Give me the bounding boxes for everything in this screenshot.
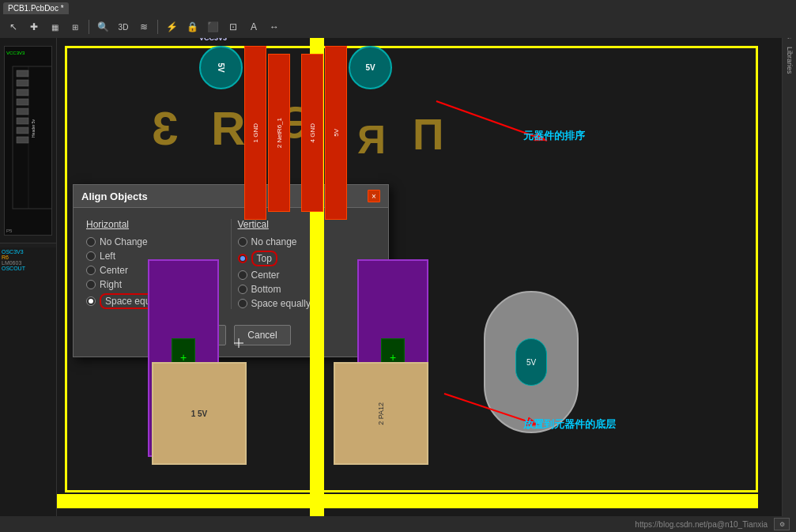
cursor-tool[interactable]: ↖ [5,18,22,36]
v-center-option[interactable]: Center [238,270,376,281]
h-no-change-label: No Change [100,236,148,247]
vertical-radio-group: No change Top Center Bottom [238,236,376,309]
pcb-tab[interactable]: PCB1.PcbDoc * [3,2,69,14]
route-tool[interactable]: ✚ [25,18,43,36]
v-center-radio[interactable] [238,270,247,280]
svg-rect-6 [17,108,28,115]
toolbar-separator [89,20,89,34]
column-divider [231,219,232,309]
svg-text:Header 5v: Header 5v [31,119,36,138]
main-toolbar: ↖ ✚ ▦ ⊞ 🔍 3D ≋ ⚡ 🔒 ⬛ ⊡ A ↔ [0,16,796,38]
h-left-label: Left [100,251,115,262]
v-space-equally-option[interactable]: Space equally [238,298,376,309]
route2-tool[interactable]: ≋ [135,18,153,36]
svg-rect-4 [17,89,28,96]
dialog-footer: OK Cancel [74,317,388,357]
v-top-label: Top [251,251,277,266]
svg-rect-9 [17,137,28,143]
v-space-equally-radio[interactable] [238,299,247,308]
h-no-change-option[interactable]: No Change [86,236,224,247]
h-space-equally-radio[interactable] [86,296,96,306]
measure-tool[interactable]: ↔ [266,18,283,36]
right-sidebar: Properties Libraries [782,0,796,532]
v-top-radio[interactable] [238,254,247,263]
text-tool[interactable]: A [245,18,262,36]
dialog-body: Horizontal No Change Left Center [74,208,388,317]
svg-rect-5 [17,99,28,105]
h-right-radio[interactable] [86,280,96,289]
h-center-radio[interactable] [86,266,96,275]
status-url: https://blog.csdn.net/pa@n10_Tianxia [635,520,768,529]
v-top-option[interactable]: Top [238,251,376,266]
h-center-label: Center [100,265,128,276]
left-sidebar: VCC3V3 Header 5v [0,38,57,532]
dialog-title-label: Align Objects [81,191,148,202]
vertical-header: Vertical [238,219,376,230]
image-tool[interactable]: ⬛ [204,18,221,36]
libraries-panel-label[interactable]: Libraries [784,43,795,77]
h-no-change-radio[interactable] [86,237,96,247]
vertical-column: Vertical No change Top Center [238,219,376,309]
place-tool[interactable]: ▦ [46,18,63,36]
cancel-button[interactable]: Cancel [234,325,290,345]
status-bar: https://blog.csdn.net/pa@n10_Tianxia ⚙ [0,516,796,532]
crop-tool[interactable]: ⊡ [224,18,242,36]
annotation-2: 放置到元器件的底层 [523,417,616,432]
svg-rect-7 [17,118,28,124]
h-right-label: Right [100,279,122,290]
v-bottom-label: Bottom [251,284,281,295]
horizontal-header: Horizontal [86,219,224,230]
v-bottom-radio[interactable] [238,285,247,294]
power-tool[interactable]: ⚡ [163,18,180,36]
lock-tool[interactable]: 🔒 [183,18,201,36]
svg-rect-8 [17,127,28,134]
align-tool[interactable]: ⊞ [66,18,84,36]
status-icon: ⚙ [774,518,790,530]
v-bottom-option[interactable]: Bottom [238,284,376,295]
svg-rect-3 [17,80,28,86]
svg-rect-2 [17,70,28,77]
v-space-equally-label: Space equally [251,298,311,309]
toolbar-separator2 [157,20,158,34]
pcb-canvas: VCC3V3 5V 1 GND 2 NetR6_1 4 GND 5V 5V [57,38,782,516]
v-no-change-radio[interactable] [238,237,247,247]
v-center-label: Center [251,270,280,281]
top-toolbar: PCB1.PcbDoc * [0,0,796,16]
v-no-change-option[interactable]: No change [238,236,376,247]
v-no-change-label: No change [251,236,297,247]
h-left-radio[interactable] [86,251,96,261]
zoom-tool[interactable]: 🔍 [94,18,111,36]
3d-tool[interactable]: 3D [115,18,132,36]
annotation-1: 元器件的排序 [523,129,585,143]
